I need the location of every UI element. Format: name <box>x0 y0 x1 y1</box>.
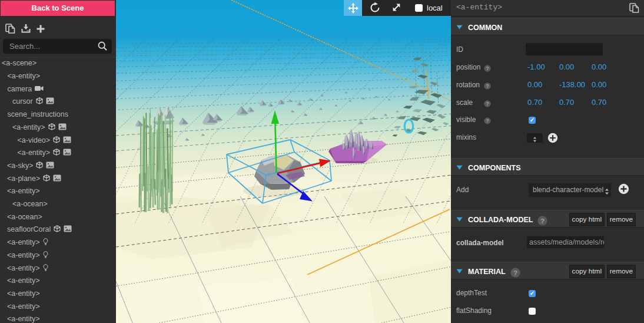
svg-text:?: ? <box>486 118 489 124</box>
svg-text:?: ? <box>513 269 517 276</box>
svg-text:?: ? <box>486 84 489 89</box>
svg-text:?: ? <box>486 66 489 71</box>
svg-text:?: ? <box>540 217 545 225</box>
svg-text:?: ? <box>486 101 489 107</box>
